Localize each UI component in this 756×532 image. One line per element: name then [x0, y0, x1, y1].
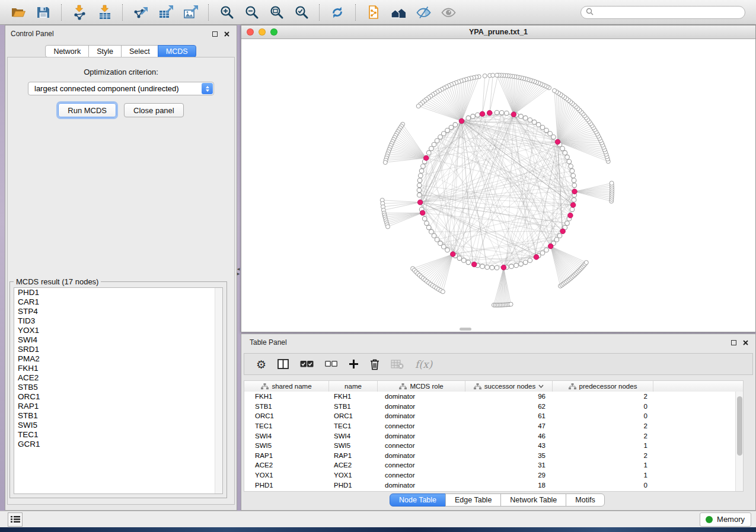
tab-style[interactable]: Style [88, 45, 122, 57]
table-row[interactable]: TEC1TEC1connector472 [244, 421, 743, 431]
close-icon[interactable] [741, 338, 750, 347]
show-panels-list-icon[interactable] [8, 512, 23, 527]
mcds-result-item[interactable]: ACE2 [14, 373, 222, 383]
column-header-name[interactable]: name [329, 381, 378, 392]
mcds-result-item[interactable]: STP4 [14, 307, 222, 316]
table-row[interactable]: RAP1RAP1dominator352 [244, 451, 743, 461]
split-columns-icon[interactable] [277, 357, 289, 372]
mcds-result-item[interactable]: SWI5 [14, 421, 222, 430]
home-icon[interactable] [388, 2, 409, 23]
tab-select[interactable]: Select [121, 45, 158, 57]
tab-mcds[interactable]: MCDS [158, 45, 196, 57]
eye-slash-icon[interactable] [413, 2, 434, 23]
table-cell: connector [378, 442, 465, 449]
float-window-icon[interactable] [729, 338, 738, 347]
mcds-result-item[interactable]: PHD1 [14, 288, 222, 297]
zoom-fit-icon[interactable] [266, 2, 287, 23]
panel-splitter[interactable]: ◀▶ [236, 265, 241, 278]
deselect-all-icon[interactable] [325, 357, 337, 372]
tab-node-table[interactable]: Node Table [390, 493, 446, 507]
table-row[interactable]: SWI4SWI4dominator462 [244, 431, 743, 441]
mcds-result-item[interactable]: PMA2 [14, 354, 222, 364]
mcds-result-item[interactable]: STB1 [14, 411, 222, 421]
mcds-result-item[interactable]: TEC1 [14, 430, 222, 440]
table-cell: 47 [465, 422, 553, 430]
network-window-title: YPA_prune.txt_1 [241, 25, 755, 39]
function-builder-icon: f(x) [415, 357, 432, 372]
column-header-successor-nodes[interactable]: successor nodes [465, 381, 553, 392]
table-panel: Table Panel ⚙ f(x) shared name name MCDS… [241, 334, 756, 511]
run-mcds-button[interactable]: Run MCDS [58, 103, 116, 117]
open-folder-icon[interactable] [8, 2, 29, 23]
table-row[interactable]: ACE2ACE2connector311 [244, 460, 743, 470]
network-graph[interactable] [241, 39, 755, 332]
table-cell: FKH1 [244, 393, 329, 400]
mcds-result-item[interactable]: CAR1 [14, 297, 222, 307]
collapse-left-icon[interactable]: ◀ [237, 267, 240, 271]
table-row[interactable]: ORC1ORC1dominator610 [244, 411, 743, 421]
tab-network[interactable]: Network [45, 45, 89, 57]
tab-network-table[interactable]: Network Table [500, 493, 566, 507]
table-cell: 2 [553, 422, 653, 430]
export-image-icon[interactable] [180, 2, 201, 23]
zoom-out-icon[interactable] [241, 2, 262, 23]
refresh-icon[interactable] [327, 2, 348, 23]
search-box[interactable] [580, 6, 745, 19]
mcds-result-item[interactable]: SRD1 [14, 345, 222, 354]
mcds-result-item[interactable]: STB5 [14, 383, 222, 392]
select-all-icon[interactable] [300, 357, 314, 372]
save-icon[interactable] [33, 2, 54, 23]
export-network-icon[interactable] [130, 2, 151, 23]
mcds-result-item[interactable]: SWI4 [14, 335, 222, 345]
optimization-criterion-select[interactable]: largest connected component (undirected) [28, 82, 214, 95]
tab-edge-table[interactable]: Edge Table [445, 493, 501, 507]
mcds-result-item[interactable]: ORC1 [14, 392, 222, 402]
column-header-shared-name[interactable]: shared name [244, 381, 329, 392]
network-canvas[interactable] [241, 39, 755, 332]
export-table-icon[interactable] [155, 2, 176, 23]
mcds-result-item[interactable]: FKH1 [14, 364, 222, 373]
vertical-scrollbar[interactable] [735, 392, 743, 491]
table-row[interactable]: PHD1PHD1dominator180 [244, 480, 743, 490]
tab-motifs[interactable]: Motifs [566, 493, 604, 507]
add-column-icon[interactable] [349, 357, 359, 372]
mcds-result-item[interactable]: RAP1 [14, 402, 222, 411]
table-cell: 1 [553, 442, 653, 449]
column-header-mcds-role[interactable]: MCDS role [378, 381, 465, 392]
table-row[interactable]: STB1STB1dominator620 [244, 402, 743, 412]
vertical-scrollbar-thumb[interactable] [737, 396, 742, 456]
network-window-titlebar[interactable]: YPA_prune.txt_1 [241, 25, 755, 39]
eye-icon[interactable] [438, 2, 459, 23]
table-cell: FKH1 [329, 393, 378, 400]
table-row[interactable]: SWI5SWI5connector431 [244, 441, 743, 451]
import-network-icon[interactable] [69, 2, 90, 23]
float-window-icon[interactable] [210, 29, 219, 39]
import-table-icon[interactable] [94, 2, 115, 23]
gear-icon[interactable]: ⚙ [256, 357, 266, 372]
delete-column-icon[interactable] [370, 357, 379, 372]
mcds-result-item[interactable]: TID3 [14, 316, 222, 326]
close-panel-button[interactable]: Close panel [124, 103, 184, 117]
column-header-predecessor-nodes[interactable]: predecessor nodes [553, 381, 653, 392]
memory-button[interactable]: Memory [700, 512, 751, 527]
zoom-in-icon[interactable] [216, 2, 237, 23]
mcds-result-list[interactable]: PHD1CAR1STP4TID3YOX1SWI4SRD1PMA2FKH1ACE2… [14, 287, 223, 494]
table-row[interactable]: FKH1FKH1dominator962 [244, 392, 743, 402]
horizontal-scrollbar-thumb[interactable] [460, 328, 471, 331]
search-input[interactable] [596, 8, 740, 17]
mcds-list-scrollbar[interactable] [215, 288, 222, 493]
close-icon[interactable] [222, 29, 231, 39]
mcds-result-item[interactable]: YOX1 [14, 326, 222, 335]
zoom-selected-icon[interactable] [291, 2, 312, 23]
table-cell: ORC1 [329, 412, 378, 419]
table-cell: 43 [465, 442, 553, 449]
document-network-icon[interactable] [363, 2, 384, 23]
collapse-right-icon[interactable]: ▶ [237, 272, 240, 275]
table-type-tabs: Node Table Edge Table Network Table Moti… [390, 493, 605, 507]
mcds-result-item[interactable]: GCR1 [14, 440, 222, 449]
table-cell: 2 [553, 432, 653, 440]
ring-nodes[interactable] [380, 73, 614, 307]
table-cell: connector [378, 472, 465, 479]
table-row[interactable]: YOX1YOX1connector291 [244, 470, 743, 480]
table-cell: 46 [465, 432, 553, 440]
